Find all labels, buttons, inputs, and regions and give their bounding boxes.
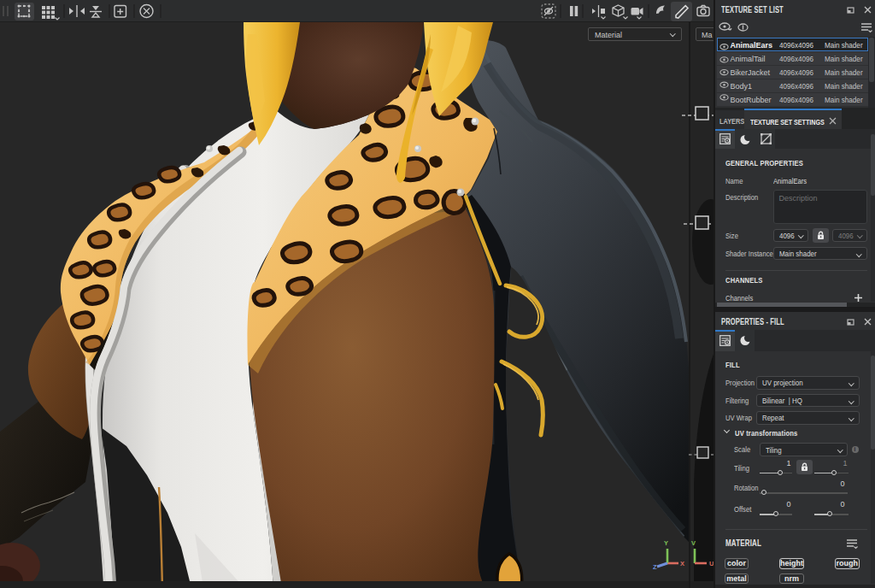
svg-text:Y: Y (664, 539, 668, 547)
svg-text:X: X (680, 560, 684, 567)
svg-text:Z: Z (653, 563, 657, 571)
svg-text:V: V (691, 539, 696, 547)
